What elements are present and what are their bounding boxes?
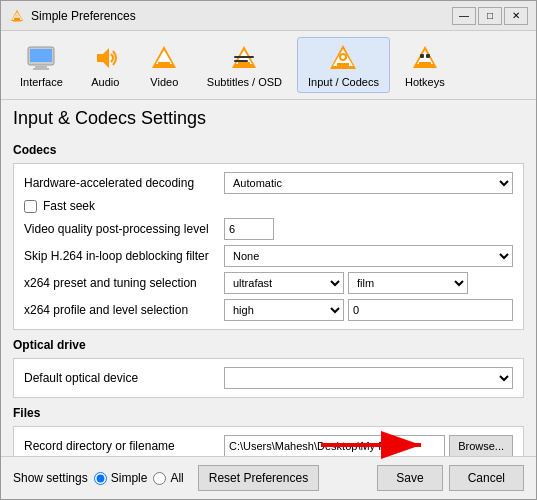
x264-preset-control: ultrafast superfast veryfast fast medium…	[224, 272, 513, 294]
save-button[interactable]: Save	[377, 465, 442, 491]
svg-rect-7	[35, 66, 47, 68]
radio-simple-label: Simple	[111, 471, 148, 485]
hotkeys-icon	[409, 42, 441, 74]
nav-label-input-codecs: Input / Codecs	[308, 76, 379, 88]
fast-seek-row: Fast seek	[24, 199, 513, 213]
show-settings-group: Show settings Simple All Reset Preferenc…	[13, 465, 319, 491]
svg-rect-16	[238, 62, 250, 65]
footer: Show settings Simple All Reset Preferenc…	[1, 456, 536, 499]
content-area: Codecs Hardware-accelerated decoding Aut…	[1, 133, 536, 456]
skip-h264-row: Skip H.264 in-loop deblocking filter Non…	[24, 245, 513, 267]
radio-simple[interactable]	[94, 472, 107, 485]
x264-preset-label: x264 preset and tuning selection	[24, 276, 224, 290]
hw-decoding-select[interactable]: Automatic Direct3D11 Direct3D9 None	[224, 172, 513, 194]
x264-level-input[interactable]	[348, 299, 513, 321]
input-codecs-icon	[327, 42, 359, 74]
x264-profile-label: x264 profile and level selection	[24, 303, 224, 317]
optical-device-control	[224, 367, 513, 389]
vlc-icon	[9, 8, 25, 24]
optical-device-label: Default optical device	[24, 371, 224, 385]
hw-decoding-control: Automatic Direct3D11 Direct3D9 None	[224, 172, 513, 194]
vq-label: Video quality post-processing level	[24, 222, 224, 236]
nav-item-subtitles[interactable]: Subtitles / OSD	[196, 37, 293, 93]
svg-point-25	[341, 55, 345, 59]
navigation-toolbar: Interface Audio Video	[1, 31, 536, 100]
svg-rect-6	[30, 49, 52, 62]
optical-section-label: Optical drive	[13, 338, 524, 352]
svg-rect-23	[335, 66, 351, 69]
record-dir-input[interactable]	[224, 435, 445, 456]
svg-marker-9	[97, 48, 109, 68]
skip-h264-label: Skip H.264 in-loop deblocking filter	[24, 249, 224, 263]
x264-preset-row: x264 preset and tuning selection ultrafa…	[24, 272, 513, 294]
radio-simple-group: Simple	[94, 471, 148, 485]
x264-profile-control: high baseline main	[224, 299, 513, 321]
close-button[interactable]: ✕	[504, 7, 528, 25]
record-dir-label: Record directory or filename	[24, 439, 224, 453]
vq-row: Video quality post-processing level 6	[24, 218, 513, 240]
optical-group: Default optical device	[13, 358, 524, 398]
skip-h264-select[interactable]: None All Non-ref	[224, 245, 513, 267]
browse-button[interactable]: Browse...	[449, 435, 513, 456]
interface-icon	[25, 42, 57, 74]
cancel-button[interactable]: Cancel	[449, 465, 524, 491]
x264-preset-select[interactable]: ultrafast superfast veryfast fast medium	[224, 272, 344, 294]
nav-label-video: Video	[150, 76, 178, 88]
fast-seek-label: Fast seek	[43, 199, 95, 213]
record-dir-control: Browse...	[224, 435, 513, 456]
svg-rect-19	[234, 60, 248, 62]
radio-all-label: All	[170, 471, 183, 485]
svg-rect-28	[419, 62, 431, 65]
nav-label-hotkeys: Hotkeys	[405, 76, 445, 88]
fast-seek-checkbox[interactable]	[24, 200, 37, 213]
x264-tuning-select[interactable]: film animation grain	[348, 272, 468, 294]
nav-label-subtitles: Subtitles / OSD	[207, 76, 282, 88]
hw-decoding-label: Hardware-accelerated decoding	[24, 176, 224, 190]
maximize-button[interactable]: □	[478, 7, 502, 25]
optical-device-row: Default optical device	[24, 367, 513, 389]
codecs-group: Hardware-accelerated decoding Automatic …	[13, 163, 524, 330]
x264-profile-select[interactable]: high baseline main	[224, 299, 344, 321]
nav-item-hotkeys[interactable]: Hotkeys	[394, 37, 456, 93]
x264-profile-row: x264 profile and level selection high ba…	[24, 299, 513, 321]
svg-rect-22	[337, 63, 349, 66]
title-bar: Simple Preferences — □ ✕	[1, 1, 536, 31]
nav-item-audio[interactable]: Audio	[78, 37, 133, 93]
svg-rect-8	[33, 68, 49, 70]
audio-icon	[89, 42, 121, 74]
subtitles-icon	[228, 42, 260, 74]
svg-rect-13	[156, 65, 172, 68]
files-group: Record directory or filename Browse... P…	[13, 426, 524, 456]
page-title: Input & Codecs Settings	[1, 100, 536, 133]
svg-rect-30	[420, 54, 424, 58]
skip-h264-control: None All Non-ref	[224, 245, 513, 267]
nav-item-interface[interactable]: Interface	[9, 37, 74, 93]
radio-all[interactable]	[153, 472, 166, 485]
show-settings-label: Show settings	[13, 471, 88, 485]
nav-item-video[interactable]: Video	[137, 37, 192, 93]
minimize-button[interactable]: —	[452, 7, 476, 25]
vq-input[interactable]: 6	[224, 218, 274, 240]
reset-button[interactable]: Reset Preferences	[198, 465, 319, 491]
window-controls: — □ ✕	[452, 7, 528, 25]
files-section-label: Files	[13, 406, 524, 420]
vq-control: 6	[224, 218, 513, 240]
svg-rect-17	[236, 65, 252, 68]
codecs-section-label: Codecs	[13, 143, 524, 157]
window-title: Simple Preferences	[31, 9, 452, 23]
nav-item-input-codecs[interactable]: Input / Codecs	[297, 37, 390, 93]
video-icon	[148, 42, 180, 74]
svg-rect-31	[426, 54, 430, 58]
svg-rect-29	[417, 65, 433, 68]
svg-rect-18	[234, 56, 254, 58]
footer-actions: Save Cancel	[377, 465, 524, 491]
nav-label-interface: Interface	[20, 76, 63, 88]
svg-rect-12	[158, 62, 170, 65]
main-window: Simple Preferences — □ ✕ Interface	[0, 0, 537, 500]
record-dir-row: Record directory or filename Browse...	[24, 435, 513, 456]
hw-decoding-row: Hardware-accelerated decoding Automatic …	[24, 172, 513, 194]
optical-device-select[interactable]	[224, 367, 513, 389]
radio-all-group: All	[153, 471, 183, 485]
nav-label-audio: Audio	[91, 76, 119, 88]
svg-rect-3	[13, 20, 21, 22]
